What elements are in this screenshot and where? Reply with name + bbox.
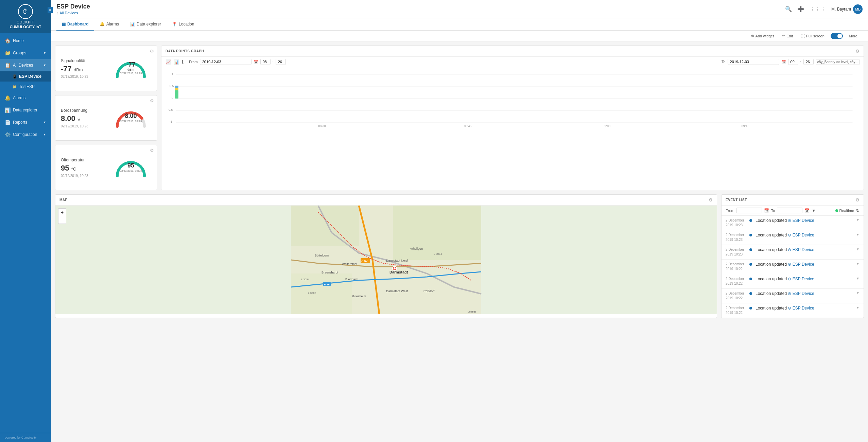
svg-text:Leaflet: Leaflet: [468, 310, 476, 313]
map-zoom-controls: + −: [58, 208, 66, 224]
graph-calendar-icon[interactable]: 📅: [254, 60, 258, 64]
graph-settings-button[interactable]: ⚙: [855, 49, 860, 54]
signal-value: -77 dBm: [61, 65, 110, 73]
esp-device-icon: 📱: [12, 74, 17, 79]
event-filter-button[interactable]: ▼: [812, 208, 816, 213]
event-expand-icon[interactable]: ▼: [856, 291, 860, 295]
graph-from-date-input[interactable]: [200, 59, 251, 65]
oeltemperatur-settings-button[interactable]: ⚙: [150, 148, 154, 153]
event-device: ⊙ ESP Device: [788, 262, 814, 267]
sidebar-item-reports[interactable]: 📄 Reports ▼: [0, 116, 51, 128]
sidebar-item-label-esp-device: ESP Device: [19, 74, 41, 79]
grid-icon[interactable]: ⋮⋮⋮: [810, 6, 826, 12]
svg-text:Darmstadt West: Darmstadt West: [386, 289, 408, 293]
graph-line-icon[interactable]: 📈: [166, 59, 171, 65]
breadcrumb-link[interactable]: All Devices: [59, 11, 78, 15]
event-refresh-button[interactable]: ↻: [856, 208, 860, 213]
sidebar-collapse-button[interactable]: «: [48, 7, 51, 13]
sidebar-item-alarms[interactable]: 🔔 Alarms: [0, 92, 51, 104]
event-calendar-to-icon[interactable]: 📅: [804, 208, 810, 213]
svg-text:08:30: 08:30: [318, 124, 326, 128]
event-text: Location updated ⊙ ESP Device: [756, 277, 853, 281]
event-expand-icon[interactable]: ▼: [856, 262, 860, 266]
svg-text:08:45: 08:45: [464, 124, 472, 128]
graph-to-range: To 📅 : c8y_Battery >> level, c8y...: [722, 59, 860, 65]
avatar: MB: [853, 4, 863, 14]
event-list-item[interactable]: 2 December2019 10:22 Location updated ⊙ …: [722, 303, 864, 318]
tab-dashboard[interactable]: ▦ Dashboard: [56, 18, 94, 31]
graph-from-time-m-input[interactable]: [276, 59, 286, 65]
tab-dashboard-label: Dashboard: [67, 22, 89, 26]
svg-text:Riedbach: Riedbach: [345, 278, 358, 281]
graph-to-time-h-input[interactable]: [788, 59, 798, 65]
event-list-item[interactable]: 2 December2019 10:23 Location updated ⊙ …: [722, 216, 864, 230]
edit-icon: ✏: [782, 34, 785, 38]
event-text: Location updated ⊙ ESP Device: [756, 306, 853, 311]
event-list-body: 2 December2019 10:23 Location updated ⊙ …: [722, 216, 864, 318]
tab-alarms[interactable]: 🔔 Alarms: [94, 18, 124, 31]
more-button[interactable]: More...: [847, 33, 863, 39]
event-from-input[interactable]: [736, 208, 762, 213]
svg-text:Büttelborn: Büttelborn: [315, 254, 329, 257]
sidebar-item-data-explorer[interactable]: 📊 Data explorer: [0, 104, 51, 116]
svg-rect-21: [291, 206, 359, 246]
bordspannung-gauge-info: Bordspannung 8.00 V 02/12/2019, 10:23: [61, 108, 110, 128]
svg-text:Weiterstadt: Weiterstadt: [342, 262, 358, 266]
event-calendar-from-icon[interactable]: 📅: [764, 208, 769, 213]
event-device: ⊙ ESP Device: [788, 218, 814, 223]
realtime-toggle[interactable]: [831, 33, 843, 39]
event-expand-icon[interactable]: ▼: [856, 233, 860, 236]
event-list-item[interactable]: 2 December2019 10:22 Location updated ⊙ …: [722, 274, 864, 289]
sidebar-item-home[interactable]: 🏠 Home: [0, 35, 51, 47]
event-dot-icon: [749, 248, 752, 251]
add-icon[interactable]: ➕: [797, 6, 804, 12]
event-expand-icon[interactable]: ▼: [856, 247, 860, 251]
event-dot-icon: [749, 278, 752, 280]
zoom-out-button[interactable]: −: [58, 216, 66, 224]
event-expand-icon[interactable]: ▼: [856, 306, 860, 310]
graph-to-time-sep: :: [800, 60, 801, 64]
sidebar-item-configuration[interactable]: ⚙️ Configuration ▼: [0, 128, 51, 141]
graph-to-calendar-icon[interactable]: 📅: [781, 60, 786, 64]
graph-info-icon[interactable]: ℹ: [182, 59, 184, 65]
alarms-icon: 🔔: [5, 95, 10, 101]
sidebar-item-groups[interactable]: 📁 Groups ▼: [0, 47, 51, 59]
user-menu[interactable]: M. Bayram MB: [831, 4, 863, 14]
sidebar-item-esp-device[interactable]: 📱 ESP Device: [0, 71, 51, 82]
data-points-graph-widget: DATA POINTS GRAPH ⚙ 📈 📊 ℹ From 📅 :: [161, 46, 864, 190]
event-list-item[interactable]: 2 December2019 10:22 Location updated ⊙ …: [722, 260, 864, 274]
svg-text:Roßdorf: Roßdorf: [423, 289, 435, 293]
add-widget-button[interactable]: ⊕ Add widget: [749, 33, 776, 39]
tab-data-explorer[interactable]: 📊 Data explorer: [124, 18, 167, 31]
event-list-settings-button[interactable]: ⚙: [855, 197, 860, 202]
event-date: 2 December2019 10:23: [726, 247, 746, 257]
event-text: Location updated ⊙ ESP Device: [756, 218, 853, 223]
graph-from-time-h-input[interactable]: [260, 59, 271, 65]
full-screen-button[interactable]: ⛶ Full screen: [799, 33, 827, 39]
map-settings-button[interactable]: ⚙: [709, 197, 713, 202]
search-icon[interactable]: 🔍: [785, 6, 792, 12]
graph-from-label: From: [189, 60, 198, 64]
event-expand-icon[interactable]: ▼: [856, 277, 860, 280]
event-expand-icon[interactable]: ▼: [856, 218, 860, 222]
tab-location[interactable]: 📍 Location: [167, 18, 199, 31]
event-device: ⊙ ESP Device: [788, 306, 814, 311]
sidebar-item-all-devices[interactable]: 📋 All Devices ▼: [0, 59, 51, 71]
event-list-item[interactable]: 2 December2019 10:22 Location updated ⊙ …: [722, 289, 864, 303]
event-device: ⊙ ESP Device: [788, 247, 814, 252]
signal-settings-button[interactable]: ⚙: [150, 49, 154, 54]
graph-series-dropdown[interactable]: c8y_Battery >> level, c8y...: [816, 59, 860, 65]
sidebar-item-testesp[interactable]: 📁 TestESP: [0, 82, 51, 92]
event-list-title: EVENT LIST: [726, 198, 747, 202]
graph-bar-icon[interactable]: 📊: [174, 59, 179, 65]
sidebar-item-label-all-devices: All Devices: [13, 63, 33, 68]
edit-label: Edit: [786, 34, 793, 38]
graph-to-time-m-input[interactable]: [803, 59, 814, 65]
bordspannung-settings-button[interactable]: ⚙: [150, 98, 154, 103]
graph-to-date-input[interactable]: [728, 59, 779, 65]
event-list-item[interactable]: 2 December2019 10:23 Location updated ⊙ …: [722, 245, 864, 260]
event-to-input[interactable]: [777, 208, 802, 213]
edit-button[interactable]: ✏ Edit: [780, 33, 795, 39]
zoom-in-button[interactable]: +: [58, 209, 66, 216]
event-list-item[interactable]: 2 December2019 10:23 Location updated ⊙ …: [722, 230, 864, 245]
